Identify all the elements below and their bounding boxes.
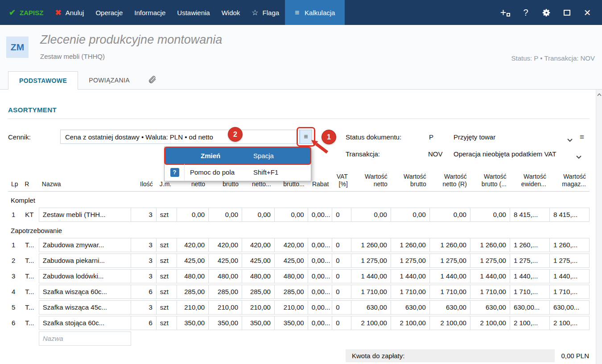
cell-nazwa[interactable]: Zestaw mebli (THH... <box>39 208 131 222</box>
menu-item-zmien[interactable]: Zmień Spacja <box>165 147 310 164</box>
column-header-wartosc-brutto-r[interactable]: Wartość brutto (... <box>470 172 510 192</box>
cell-vat[interactable]: 0 <box>332 254 351 268</box>
cell-jm[interactable]: szt <box>157 269 177 283</box>
cell-wartosc-brutto[interactable]: 630,00 <box>391 300 430 315</box>
cell-cena-netto[interactable]: 425,00 <box>177 254 209 268</box>
cell-rabat[interactable]: 0,00... <box>308 254 333 268</box>
table-row[interactable]: 2T...Zabudowa piekarni...3szt425,00425,0… <box>8 254 590 268</box>
gear-icon[interactable] <box>539 5 554 20</box>
column-header-vat[interactable]: VAT [%] <box>332 172 351 192</box>
cell-cena-netto-2[interactable]: 425,00 <box>242 254 275 268</box>
paperclip-icon[interactable] <box>148 75 157 86</box>
cell-vat[interactable]: 0 <box>332 316 351 330</box>
close-icon[interactable]: × <box>580 5 595 20</box>
cell-jm[interactable]: szt <box>157 300 177 315</box>
cell-wartosc-brutto[interactable]: 1 260,00 <box>391 238 430 252</box>
cell-rabat[interactable]: 0,00... <box>308 269 333 283</box>
cell-cena-netto[interactable]: 285,00 <box>177 285 209 299</box>
cell-cena-netto-2[interactable]: 0,00 <box>242 208 275 222</box>
status-code-field[interactable]: P <box>429 133 433 141</box>
cell-wartosc-netto-r[interactable]: 1 275,00 <box>430 254 470 268</box>
tab-powiazania[interactable]: POWIĄZANIA <box>78 71 140 89</box>
chevron-down-icon[interactable] <box>567 136 573 144</box>
table-row[interactable]: 5T...Szafka wisząca 45c...3szt210,00210,… <box>8 300 590 315</box>
cell-ilosc[interactable]: 3 <box>131 254 157 268</box>
vertical-scrollbar[interactable] <box>596 90 602 364</box>
cell-cena-brutto-2[interactable]: 420,00 <box>275 238 308 252</box>
cell-wartosc-ewidencyjna[interactable]: 8 415,... <box>510 208 550 222</box>
cell-wartosc-ewidencyjna[interactable]: 2 100,... <box>510 316 550 330</box>
table-row[interactable]: 1T...Zabudowa zmywar...3szt420,00420,004… <box>8 238 590 252</box>
add-window-icon[interactable]: + <box>498 5 513 20</box>
cell-wartosc-netto-r[interactable]: 1 260,00 <box>430 238 470 252</box>
cell-jm[interactable]: szt <box>157 254 177 268</box>
cell-rabat[interactable]: 0,00... <box>308 285 333 299</box>
cell-ilosc[interactable]: 6 <box>131 316 157 330</box>
flag-button[interactable]: ☆ Flaga <box>246 0 285 25</box>
cell-cena-netto[interactable]: 480,00 <box>177 269 209 283</box>
column-header-wartosc-netto[interactable]: Wartość netto <box>351 172 391 192</box>
cell-wartosc-brutto[interactable]: 1 275,00 <box>391 254 430 268</box>
cell-jm[interactable]: szt <box>157 238 177 252</box>
cell-vat[interactable]: 0 <box>332 238 351 252</box>
cell-jm[interactable]: szt <box>157 208 177 222</box>
transakcja-text-field[interactable]: Operacja nieobjęta podatkiem VAT <box>454 150 556 158</box>
cell-wartosc-brutto-r[interactable]: 1 440,00 <box>470 269 510 283</box>
kalkulacja-module-button[interactable]: ≡ Kalkulacja <box>285 0 345 25</box>
cell-nazwa[interactable]: Zabudowa piekarni... <box>39 254 131 268</box>
column-header-wartosc-netto-r[interactable]: Wartość netto (R) <box>430 172 470 192</box>
scroll-up-icon[interactable] <box>596 93 602 96</box>
cell-cena-brutto[interactable]: 420,00 <box>209 238 242 252</box>
column-header-nazwa[interactable]: Nazwa <box>39 172 131 192</box>
cell-cena-brutto[interactable]: 285,00 <box>209 285 242 299</box>
table-row[interactable]: 6T...Szafka stojąca 60c...6szt350,00350,… <box>8 316 590 330</box>
cell-cena-brutto-2[interactable]: 210,00 <box>275 300 308 315</box>
cell-nazwa[interactable]: Zabudowa lodówki... <box>39 269 131 283</box>
cell-ilosc[interactable]: 3 <box>131 238 157 252</box>
cell-ilosc[interactable]: 3 <box>131 300 157 315</box>
cell-cena-brutto-2[interactable]: 285,00 <box>275 285 308 299</box>
cell-nazwa[interactable]: Szafka wisząca 45c... <box>39 300 131 315</box>
cell-wartosc-brutto-r[interactable]: 0,00 <box>470 208 510 222</box>
transakcja-code-field[interactable]: NOV <box>428 150 443 158</box>
cell-cena-netto-2[interactable]: 210,00 <box>242 300 275 315</box>
cell-ilosc[interactable]: 6 <box>131 285 157 299</box>
cell-ilosc[interactable]: 3 <box>131 208 157 222</box>
maximize-icon[interactable] <box>559 5 574 20</box>
cell-cena-netto[interactable]: 210,00 <box>177 300 209 315</box>
cell-nazwa[interactable]: Szafka wisząca 60c... <box>39 285 131 299</box>
status-menu-icon[interactable]: ≡ <box>580 133 584 142</box>
cell-wartosc-netto-r[interactable]: 1 710,00 <box>430 285 470 299</box>
cell-ilosc[interactable]: 3 <box>131 269 157 283</box>
cell-wartosc-brutto-r[interactable]: 1 275,00 <box>470 254 510 268</box>
cell-jm[interactable]: szt <box>157 316 177 330</box>
cell-cena-brutto-2[interactable]: 425,00 <box>275 254 308 268</box>
cell-wartosc-netto-r[interactable]: 1 440,00 <box>430 269 470 283</box>
cell-wartosc-brutto[interactable]: 1 440,00 <box>391 269 430 283</box>
menu-ustawienia[interactable]: Ustawienia <box>171 0 215 25</box>
cell-vat[interactable]: 0 <box>332 300 351 315</box>
cell-cena-netto[interactable]: 420,00 <box>177 238 209 252</box>
cell-rabat[interactable]: 0,00... <box>308 300 333 315</box>
cell-cena-brutto-2[interactable]: 350,00 <box>275 316 308 330</box>
column-header-wartosc-magazynowa[interactable]: Wartość magaz... <box>550 172 590 192</box>
column-header-lp[interactable]: Lp <box>8 172 21 192</box>
menu-widok[interactable]: Widok <box>216 0 246 25</box>
table-row[interactable]: 4T...Szafka wisząca 60c...6szt285,00285,… <box>8 285 590 299</box>
cell-cena-netto-2[interactable]: 350,00 <box>242 316 275 330</box>
cell-wartosc-ewidencyjna[interactable]: 1 260,... <box>510 238 550 252</box>
column-header-r[interactable]: R <box>21 172 38 192</box>
cell-wartosc-brutto-r[interactable]: 630,00 <box>470 300 510 315</box>
column-header-wartosc-brutto[interactable]: Wartość brutto <box>391 172 430 192</box>
cell-wartosc-brutto[interactable]: 0,00 <box>391 208 430 222</box>
cell-cena-brutto[interactable]: 480,00 <box>209 269 242 283</box>
column-header-rabat[interactable]: Rabat <box>308 172 333 192</box>
cell-jm[interactable]: szt <box>157 285 177 299</box>
cell-wartosc-ewidencyjna[interactable]: 1 710,... <box>510 285 550 299</box>
cell-wartosc-ewidencyjna[interactable]: 1 275,... <box>510 254 550 268</box>
save-button[interactable]: ✔ ZAPISZ <box>0 0 49 25</box>
cell-wartosc-netto[interactable]: 0,00 <box>351 208 391 222</box>
cell-wartosc-brutto-r[interactable]: 1 260,00 <box>470 238 510 252</box>
table-row[interactable]: 3T...Zabudowa lodówki...3szt480,00480,00… <box>8 269 590 283</box>
cell-nazwa[interactable]: Zabudowa zmywar... <box>39 238 131 252</box>
